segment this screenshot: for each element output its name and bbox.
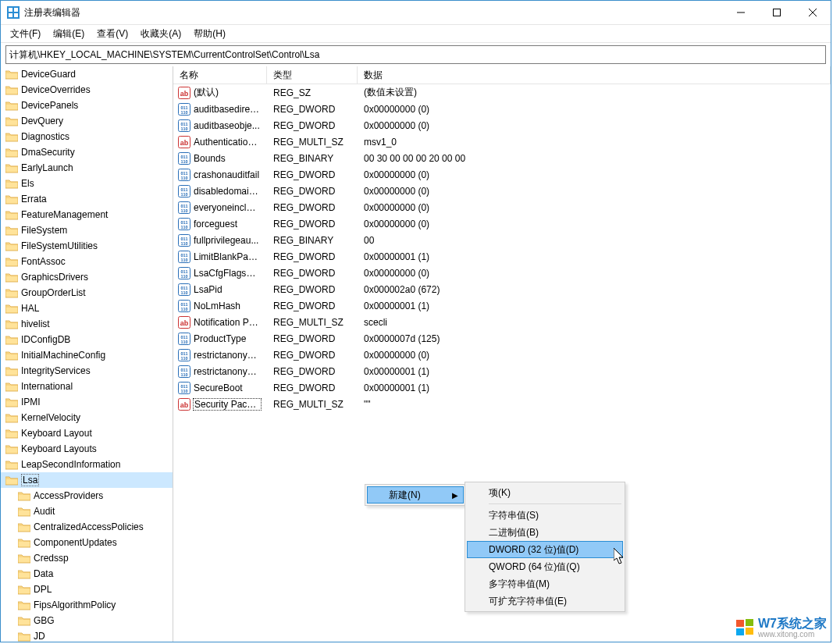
tree-item[interactable]: Keyboard Layouts	[1, 441, 173, 457]
header-name[interactable]: 名称	[173, 66, 267, 84]
maximize-button[interactable]	[759, 1, 795, 24]
list-row[interactable]: LimitBlankPass...REG_DWORD0x00000001 (1)	[173, 248, 831, 265]
tree-item[interactable]: Diagnostics	[1, 129, 173, 144]
tree-item[interactable]: KernelVelocity	[1, 410, 173, 425]
tree-item-label: GraphicsDrivers	[21, 272, 88, 283]
list-row[interactable]: LsaPidREG_DWORD0x000002a0 (672)	[173, 281, 831, 297]
tree-item[interactable]: IPMI	[1, 394, 173, 410]
tree-item[interactable]: International	[1, 379, 173, 394]
value-data: 0x00000000 (0)	[358, 350, 831, 361]
context-menu-new[interactable]: 项(K) 字符串值(S) 二进制值(B) DWORD (32 位)值(D) QW…	[465, 482, 625, 612]
list-row[interactable]: NoLmHashREG_DWORD0x00000001 (1)	[173, 297, 831, 314]
folder-icon	[5, 209, 18, 220]
tree-panel[interactable]: DeviceGuardDeviceOverridesDevicePanelsDe…	[1, 66, 173, 642]
menu-item-expandstring[interactable]: 可扩充字符串值(E)	[467, 592, 623, 610]
value-type: REG_DWORD	[267, 104, 358, 115]
header-data[interactable]: 数据	[358, 66, 831, 84]
tree-item[interactable]: Credssp	[1, 550, 173, 566]
list-row[interactable]: SecureBootREG_DWORD0x00000001 (1)	[173, 379, 831, 396]
value-data: 0x00000000 (0)	[358, 202, 831, 213]
menu-view[interactable]: 查看(V)	[91, 26, 134, 42]
close-button[interactable]	[795, 1, 831, 24]
menu-item-new[interactable]: 新建(N) ▶	[367, 486, 464, 503]
menu-item-binary[interactable]: 二进制值(B)	[467, 524, 623, 541]
tree-item-label: InitialMachineConfig	[21, 350, 105, 361]
value-name: crashonauditfail	[194, 169, 259, 180]
tree-item[interactable]: Els	[1, 176, 173, 191]
tree-item[interactable]: DevicePanels	[1, 98, 173, 113]
list-row[interactable]: auditbaseobje...REG_DWORD0x00000000 (0)	[173, 117, 831, 133]
list-row[interactable]: forceguestREG_DWORD0x00000000 (0)	[173, 215, 831, 232]
tree-item[interactable]: IntegrityServices	[1, 363, 173, 379]
tree-item[interactable]: Audit	[1, 503, 173, 519]
list-row[interactable]: restrictanonym...REG_DWORD0x00000001 (1)	[173, 363, 831, 379]
tree-item[interactable]: Errata	[1, 191, 173, 207]
tree-item[interactable]: IDConfigDB	[1, 332, 173, 347]
value-name: LsaCfgFlagsDe...	[194, 268, 261, 279]
tree-item[interactable]: FipsAlgorithmPolicy	[1, 597, 173, 613]
tree-item[interactable]: ComponentUpdates	[1, 535, 173, 550]
tree-item[interactable]: AccessProviders	[1, 488, 173, 503]
menu-item-key[interactable]: 项(K)	[467, 484, 623, 501]
list-row[interactable]: disabledomain...REG_DWORD0x00000000 (0)	[173, 183, 831, 199]
list-row[interactable]: crashonauditfailREG_DWORD0x00000000 (0)	[173, 166, 831, 183]
list-row[interactable]: restrictanonym...REG_DWORD0x00000000 (0)	[173, 347, 831, 363]
list-header[interactable]: 名称 类型 数据	[173, 66, 831, 84]
tree-item[interactable]: JD	[1, 628, 173, 642]
tree-item[interactable]: CentralizedAccessPolicies	[1, 519, 173, 535]
menu-item-multistring[interactable]: 多字符串值(M)	[467, 575, 623, 592]
list-row[interactable]: ProductTypeREG_DWORD0x0000007d (125)	[173, 330, 831, 347]
list-row[interactable]: (默认)REG_SZ(数值未设置)	[173, 84, 831, 101]
value-data: 0x00000001 (1)	[358, 251, 831, 262]
value-type: REG_DWORD	[267, 251, 358, 262]
folder-icon	[5, 475, 18, 486]
tree-item[interactable]: GroupOrderList	[1, 285, 173, 301]
menu-edit[interactable]: 编辑(E)	[47, 26, 91, 42]
list-row[interactable]: LsaCfgFlagsDe...REG_DWORD0x00000000 (0)	[173, 265, 831, 281]
value-data: 0x00000001 (1)	[358, 301, 831, 311]
menu-item-dword[interactable]: DWORD (32 位)值(D)	[467, 541, 623, 558]
tree-item[interactable]: GraphicsDrivers	[1, 269, 173, 285]
tree-item[interactable]: FileSystemUtilities	[1, 238, 173, 254]
tree-item[interactable]: hivelist	[1, 316, 173, 332]
tree-item[interactable]: InitialMachineConfig	[1, 347, 173, 363]
tree-item[interactable]: DPL	[1, 582, 173, 597]
menu-favorites[interactable]: 收藏夹(A)	[134, 26, 187, 42]
tree-item[interactable]: Lsa	[1, 472, 173, 488]
list-row[interactable]: auditbasedirec...REG_DWORD0x00000000 (0)	[173, 101, 831, 117]
header-type[interactable]: 类型	[267, 66, 358, 84]
tree-item[interactable]: FeatureManagement	[1, 207, 173, 222]
menu-item-qword[interactable]: QWORD (64 位)值(Q)	[467, 558, 623, 575]
menu-file[interactable]: 文件(F)	[4, 26, 47, 42]
context-menu-main[interactable]: 新建(N) ▶	[365, 484, 466, 506]
tree-item[interactable]: GBG	[1, 613, 173, 628]
tree-item-label: EarlyLaunch	[21, 162, 73, 173]
list-row[interactable]: Security Packa...REG_MULTI_SZ""	[173, 396, 831, 412]
tree-item[interactable]: DeviceOverrides	[1, 82, 173, 98]
list-row[interactable]: everyoneinclud...REG_DWORD0x00000000 (0)	[173, 199, 831, 215]
list-row[interactable]: fullprivilegeau...REG_BINARY00	[173, 232, 831, 248]
tree-item[interactable]: DmaSecurity	[1, 144, 173, 160]
tree-item[interactable]: Keyboard Layout	[1, 425, 173, 441]
reg-binary-icon	[178, 365, 190, 378]
tree-item[interactable]: LeapSecondInformation	[1, 457, 173, 472]
list-row[interactable]: Authentication ...REG_MULTI_SZmsv1_0	[173, 133, 831, 150]
menu-item-string[interactable]: 字符串值(S)	[467, 507, 623, 524]
value-data: 00	[358, 235, 831, 246]
tree-item[interactable]: DevQuery	[1, 113, 173, 129]
menu-help[interactable]: 帮助(H)	[187, 26, 232, 42]
folder-icon	[5, 428, 18, 439]
tree-item[interactable]: DeviceGuard	[1, 66, 173, 82]
tree-item[interactable]: HAL	[1, 301, 173, 316]
address-bar[interactable]: 计算机\HKEY_LOCAL_MACHINE\SYSTEM\CurrentCon…	[5, 45, 826, 64]
tree-item[interactable]: FontAssoc	[1, 254, 173, 269]
folder-icon	[18, 537, 30, 548]
tree-item[interactable]: FileSystem	[1, 222, 173, 238]
tree-item-label: Keyboard Layout	[21, 428, 92, 439]
list-row[interactable]: Notification Pa...REG_MULTI_SZscecli	[173, 314, 831, 330]
tree-item[interactable]: EarlyLaunch	[1, 160, 173, 176]
minimize-button[interactable]	[723, 1, 759, 24]
tree-item[interactable]: Data	[1, 566, 173, 582]
list-row[interactable]: BoundsREG_BINARY00 30 00 00 00 20 00 00	[173, 150, 831, 166]
tree-item-label: FeatureManagement	[21, 209, 108, 220]
